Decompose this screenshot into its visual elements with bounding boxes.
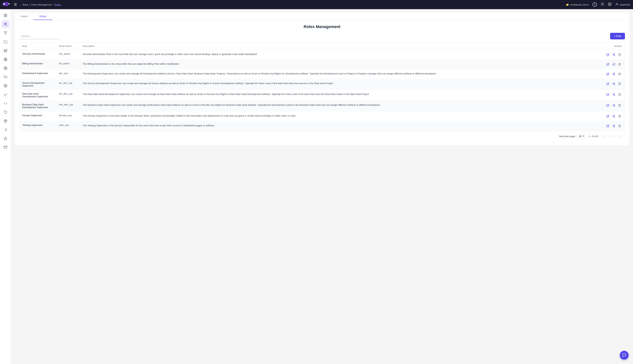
edit-role-button[interactable] [606,103,610,108]
fab-button[interactable] [620,351,628,360]
pagination: Items per page: 10 5 25 50 1 – 8 of 8 |◁… [19,131,625,142]
last-page-button[interactable]: ▷| [618,134,623,138]
table-row: Devops Supervisor devops_sup The Devops … [19,112,625,121]
sidebar-item-hook[interactable] [2,108,10,116]
sidebar-item-upload[interactable] [2,73,10,81]
copy-role-button[interactable] [611,124,616,128]
toolbar: + Role [19,33,625,40]
sidebar-item-tables[interactable] [2,46,10,54]
edit-role-button[interactable] [606,52,610,57]
short-name-cell: devops_sup [56,112,80,121]
role-name-cell: Security Administrator [19,50,56,60]
svg-point-43 [614,65,615,66]
sidebar-item-package[interactable] [2,117,10,125]
svg-point-24 [5,86,6,86]
vault-name: 📁 vaultspeed_demo [566,3,589,6]
roles-table: Role Short Name Description Actions Secu… [19,42,625,131]
per-page-select[interactable]: 10 5 25 50 [577,134,586,138]
sidebar-item-folders[interactable] [2,38,10,46]
delete-role-button[interactable] [617,82,622,86]
edit-role-button[interactable] [606,82,610,86]
back-link[interactable]: ← Back [20,3,28,6]
breadcrumb-sep2: / [53,3,54,6]
prev-page-button[interactable]: ◁ [607,134,611,138]
copy-role-button[interactable] [611,114,616,118]
sidebar-item-grid[interactable] [2,64,10,72]
sidebar-item-star[interactable] [2,134,10,142]
menu-icon[interactable]: ☰ [14,2,17,6]
svg-rect-10 [6,16,7,17]
search-input[interactable] [19,33,60,39]
sidebar-item-archive[interactable] [2,143,10,152]
tab-bar: Users Roles [15,13,629,20]
delete-role-button[interactable] [617,124,622,128]
svg-point-67 [613,116,613,116]
description-cell: Security Administrator Role is the only … [80,50,603,60]
app-logo[interactable] [3,2,10,7]
svg-point-42 [613,64,613,65]
svg-point-73 [614,126,615,127]
copy-role-button[interactable] [611,72,616,76]
svg-line-74 [613,126,614,127]
page-title: Roles Management [19,24,625,29]
short-name-cell: rdv_dev_sup [56,90,80,100]
page-info: 1 – 8 of 8 [588,135,598,138]
actions-cell [603,90,625,100]
col-header-actions: Actions [603,42,625,50]
svg-rect-20 [6,67,7,68]
role-name-cell: Source Development Supervisor [19,79,56,90]
edit-role-button[interactable] [606,114,610,118]
delete-role-button[interactable] [617,52,622,57]
actions-cell [603,60,625,69]
svg-marker-33 [4,137,7,140]
users-nav-icon[interactable] [600,2,604,7]
sidebar-item-network[interactable] [2,55,10,64]
help-icon[interactable]: ? [592,2,597,7]
sidebar-item-export[interactable] [2,90,10,98]
tab-roles[interactable]: Roles [34,13,52,20]
edit-role-button[interactable] [606,72,610,76]
table-row: Source Development Supervisor src_dev_su… [19,79,625,90]
actions-cell [603,100,625,112]
sidebar-item-filters[interactable] [2,29,10,37]
sidebar-item-list[interactable] [2,126,10,134]
add-role-button[interactable]: + Role [610,33,625,40]
delete-role-button[interactable] [617,72,622,76]
svg-point-68 [614,117,615,118]
table-row: Development Supervisor dev_sup The Devel… [19,69,625,79]
copy-role-button[interactable] [611,92,616,97]
delete-role-button[interactable] [617,103,622,108]
table-row: Security Administrator sec_admin Securit… [19,50,625,60]
edit-role-button[interactable] [606,124,610,128]
svg-point-52 [613,84,613,84]
copy-role-button[interactable] [611,82,616,86]
sidebar-item-dashboard[interactable] [2,11,10,20]
tab-users[interactable]: Users [15,13,34,20]
actions-cell [603,121,625,131]
svg-marker-12 [4,32,7,34]
sidebar-item-code[interactable] [2,99,10,108]
delete-role-button[interactable] [617,114,622,118]
svg-line-45 [613,64,614,64]
breadcrumb-parent[interactable]: Users Management [31,3,52,6]
delete-role-button[interactable] [617,62,622,66]
sidebar-item-config[interactable] [2,82,10,90]
copy-role-button[interactable] [611,52,616,57]
copy-role-button[interactable] [611,103,616,108]
sidebar-item-users[interactable] [2,20,10,28]
description-cell: The Development Supervisor can create an… [80,69,603,79]
user-menu[interactable]: student10 [615,3,630,6]
next-page-button[interactable]: ▷ [612,134,617,138]
description-cell: The Business Data Vault Supervisor can c… [80,100,603,112]
sidebar [0,9,11,364]
svg-rect-8 [6,14,7,15]
edit-role-button[interactable] [606,92,610,97]
first-page-button[interactable]: |◁ [600,134,606,138]
delete-role-button[interactable] [617,92,622,97]
settings-nav-icon[interactable] [608,2,611,7]
svg-point-4 [601,3,602,4]
svg-line-60 [613,94,614,94]
copy-role-button[interactable] [611,62,616,66]
col-header-description: Description [80,42,603,50]
edit-role-button[interactable] [606,62,610,66]
